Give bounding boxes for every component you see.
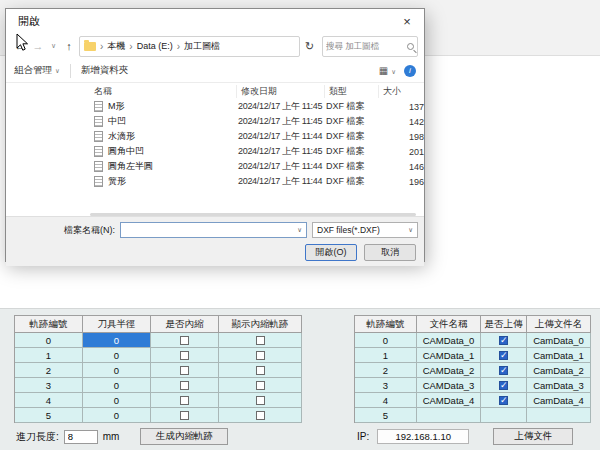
upload-name-cell[interactable]: CamData_3: [527, 378, 591, 393]
show-shrink-checkbox[interactable]: [256, 396, 265, 405]
track-id-cell[interactable]: 0: [15, 333, 83, 348]
show-shrink-checkbox[interactable]: [256, 366, 265, 375]
feed-length-input[interactable]: [64, 430, 98, 444]
column-name[interactable]: 名稱: [90, 85, 236, 98]
organize-label: 組合管理: [14, 64, 52, 75]
search-input[interactable]: [326, 41, 407, 51]
cancel-button[interactable]: 取消: [364, 244, 416, 261]
file-type: DXF 檔案: [324, 100, 378, 113]
breadcrumb-folder[interactable]: 加工圖檔: [184, 40, 220, 53]
file-name-cell[interactable]: CAMData_2: [417, 363, 481, 378]
upload-cell: [481, 348, 527, 363]
history-chevron-icon[interactable]: ∨: [48, 42, 59, 50]
dialog-toolbar: 組合管理∨ 新增資料夾 ▦∨ i: [6, 59, 424, 83]
upload-checkbox[interactable]: [499, 366, 508, 375]
info-icon[interactable]: i: [404, 65, 416, 77]
file-name-cell[interactable]: CAMData_0: [417, 333, 481, 348]
close-button[interactable]: ×: [390, 9, 424, 33]
track-id-cell[interactable]: 4: [15, 393, 83, 408]
shrink-checkbox[interactable]: [180, 336, 189, 345]
chevron-down-icon[interactable]: ∨: [293, 226, 306, 234]
breadcrumb[interactable]: › 本機 › Data (E:) › 加工圖檔: [79, 36, 300, 57]
tool-radius-cell[interactable]: 0: [83, 363, 151, 378]
upload-checkbox[interactable]: [499, 336, 508, 345]
open-button[interactable]: 開啟(O): [305, 244, 357, 261]
upload-controls: IP: 192.168.1.10 上傳文件: [357, 428, 573, 445]
filename-input[interactable]: [121, 223, 293, 237]
up-button[interactable]: ↑: [61, 40, 77, 52]
generate-shrink-path-button[interactable]: 生成內縮軌跡: [140, 428, 228, 445]
search-box[interactable]: [322, 36, 418, 57]
file-row[interactable]: 圓角左半圓 2024/12/17 上午 11:44 DXF 檔案 146: [6, 159, 424, 174]
feed-length-label: 進刀長度:: [16, 430, 59, 444]
track-id-cell[interactable]: 5: [355, 408, 417, 423]
file-row[interactable]: 水滴形 2024/12/17 上午 11:44 DXF 檔案 198: [6, 129, 424, 144]
filetype-select[interactable]: DXF files(*.DXF) ∨: [312, 222, 418, 238]
tool-radius-cell[interactable]: 0: [83, 378, 151, 393]
show-shrink-checkbox[interactable]: [256, 381, 265, 390]
upload-name-cell[interactable]: CamData_0: [527, 333, 591, 348]
upload-checkbox[interactable]: [499, 381, 508, 390]
show-shrink-checkbox[interactable]: [256, 336, 265, 345]
shrink-checkbox[interactable]: [180, 411, 189, 420]
show-shrink-checkbox[interactable]: [256, 351, 265, 360]
track-id-cell[interactable]: 2: [15, 363, 83, 378]
table-row: 5: [355, 408, 591, 423]
file-name-cell[interactable]: [417, 408, 481, 423]
dxf-file-icon: [94, 146, 103, 157]
show-shrink-cell: [219, 348, 302, 363]
track-id-cell[interactable]: 5: [15, 408, 83, 423]
track-id-cell[interactable]: 4: [355, 393, 417, 408]
upload-file-button[interactable]: 上傳文件: [493, 428, 573, 445]
shrink-checkbox[interactable]: [180, 351, 189, 360]
tool-radius-cell[interactable]: 0: [83, 393, 151, 408]
ip-value[interactable]: 192.168.1.10: [377, 429, 469, 444]
upload-name-cell[interactable]: CamData_2: [527, 363, 591, 378]
column-date-modified[interactable]: 修改日期: [236, 85, 324, 98]
organize-menu[interactable]: 組合管理∨: [14, 64, 60, 77]
new-folder-button[interactable]: 新增資料夾: [81, 64, 129, 77]
track-id-cell[interactable]: 1: [15, 348, 83, 363]
track-id-cell[interactable]: 0: [355, 333, 417, 348]
upload-checkbox[interactable]: [499, 351, 508, 360]
file-type: DXF 檔案: [324, 145, 378, 158]
view-mode-button[interactable]: ▦∨: [379, 65, 396, 76]
track-id-cell[interactable]: 3: [15, 378, 83, 393]
track-id-cell[interactable]: 2: [355, 363, 417, 378]
ip-label: IP:: [357, 431, 369, 442]
show-shrink-checkbox[interactable]: [256, 411, 265, 420]
file-row[interactable]: 中凹 2024/12/17 上午 11:45 DXF 檔案 142: [6, 114, 424, 129]
column-type[interactable]: 類型: [324, 85, 378, 98]
file-name-cell[interactable]: CAMData_1: [417, 348, 481, 363]
chevron-down-icon: ∨: [55, 67, 60, 74]
upload-name-cell[interactable]: CamData_1: [527, 348, 591, 363]
file-row[interactable]: 圓角中凹 2024/12/17 上午 11:45 DXF 檔案 201: [6, 144, 424, 159]
shrink-checkbox[interactable]: [180, 366, 189, 375]
file-row[interactable]: 簧形 2024/12/17 上午 11:44 DXF 檔案 196: [6, 174, 424, 189]
upload-checkbox[interactable]: [499, 396, 508, 405]
breadcrumb-this-pc[interactable]: 本機: [107, 40, 125, 53]
file-row[interactable]: M形 2024/12/17 上午 11:45 DXF 檔案 137: [6, 99, 424, 114]
shrink-checkbox[interactable]: [180, 396, 189, 405]
tool-radius-cell[interactable]: 0: [83, 333, 151, 348]
column-size[interactable]: 大小: [378, 85, 424, 98]
tool-radius-cell[interactable]: 0: [83, 408, 151, 423]
refresh-icon[interactable]: ↻: [302, 40, 317, 53]
upload-name-cell[interactable]: CamData_4: [527, 393, 591, 408]
file-name-cell[interactable]: CAMData_3: [417, 378, 481, 393]
breadcrumb-drive[interactable]: Data (E:): [137, 41, 173, 51]
filename-combobox[interactable]: ∨: [120, 222, 307, 238]
track-id-cell[interactable]: 1: [355, 348, 417, 363]
shrink-checkbox[interactable]: [180, 381, 189, 390]
close-icon: ×: [403, 14, 411, 29]
file-size: 137: [378, 102, 424, 112]
forward-button[interactable]: →: [30, 40, 46, 52]
file-name-cell[interactable]: CAMData_4: [417, 393, 481, 408]
file-date: 2024/12/17 上午 11:44: [236, 175, 324, 188]
upload-cell[interactable]: [481, 408, 527, 423]
upload-name-cell[interactable]: [527, 408, 591, 423]
upload-cell: [481, 378, 527, 393]
track-id-cell[interactable]: 3: [355, 378, 417, 393]
tool-radius-cell[interactable]: 0: [83, 348, 151, 363]
table-row: 4 0: [15, 393, 302, 408]
